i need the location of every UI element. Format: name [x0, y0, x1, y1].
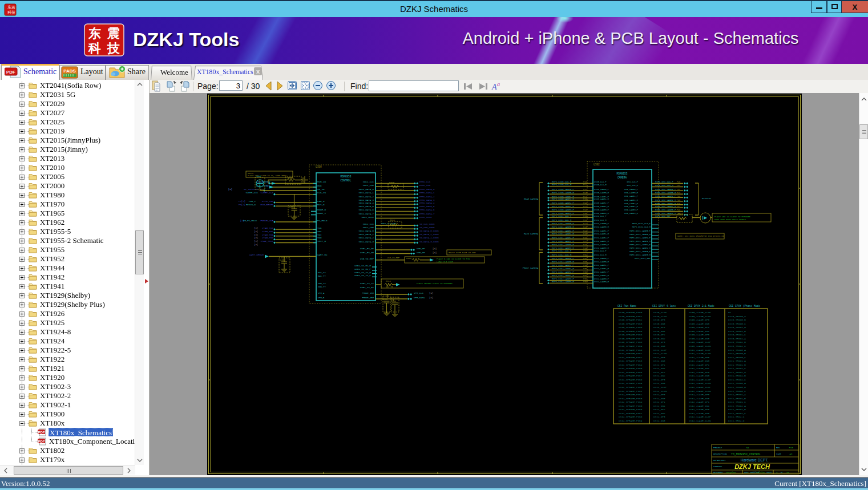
svg-text:P30: P30	[583, 250, 587, 252]
svg-text:P21: P21	[583, 219, 587, 221]
svg-text:REV: REV	[776, 447, 780, 449]
svg-text:[3]: [3]	[254, 227, 258, 229]
svg-text:MIPI_DSI_REF: MIPI_DSI_REF	[655, 215, 671, 217]
svg-text:CSI0_TRIO2_B: CSI0_TRIO2_B	[728, 341, 746, 343]
svg-text:NA: NA	[746, 447, 749, 449]
svg-text:P17: P17	[583, 205, 587, 208]
svg-text:SDC1_RCLK: SDC1_RCLK	[361, 216, 374, 218]
svg-text:CSI0_LANE3_M: CSI0_LANE3_M	[594, 212, 609, 214]
svg-text:MIPI_DSI_CLK_M: MIPI_DSI_CLK_M	[655, 184, 674, 187]
svg-text:SDC1_DATA_5: SDC1_DATA_5	[359, 205, 374, 208]
svg-text:FRONT CAMERA: FRONT CAMERA	[523, 267, 539, 269]
svg-text:DSI_LANE0_M: DSI_LANE0_M	[624, 192, 638, 194]
svg-text:CSI0_TRIO1_A: CSI0_TRIO1_A	[728, 326, 746, 329]
svg-text:P13: P13	[583, 192, 587, 194]
svg-text:MIPI_CSI1_LANE1_M: MIPI_CSI1_LANE1_M	[552, 233, 574, 235]
svg-text:DAC_TX: DAC_TX	[318, 272, 326, 274]
svg-text:CONTROL: CONTROL	[341, 179, 352, 182]
svg-text:CSI2_DP1: CSI2_DP1	[653, 400, 665, 403]
svg-text:PLACE XTAL CLOSE TO IC, KEEP 3: PLACE XTAL CLOSE TO IC, KEEP 30MIL	[248, 175, 287, 177]
svg-text:USB1_HS_DM: USB1_HS_DM	[360, 252, 374, 254]
svg-text:NOTE:: NOTE:	[248, 172, 254, 175]
svg-text:NOTE: CSI pins should be ESD p: NOTE: CSI pins should be ESD protected	[677, 235, 724, 237]
svg-text:CSI2_DP2: CSI2_DP2	[653, 408, 665, 411]
svg-text:DSI_CLK_P: DSI_CLK_P	[627, 181, 638, 183]
svg-text:DSI_LANE1_M: DSI_LANE1_M	[624, 199, 638, 201]
svg-text:CSI1_DN3: CSI1_DN3	[653, 382, 665, 384]
svg-text:CSI0_3PHASE_PIN8: CSI0_3PHASE_PIN8	[619, 341, 643, 343]
svg-text:SDC1_DATA_2: SDC1_DATA_2	[359, 196, 374, 198]
svg-text:USB_DM: USB_DM	[417, 252, 425, 254]
svg-text:SDC1_DATA_7: SDC1_DATA_7	[359, 213, 374, 215]
svg-text:CSI2_1LANE_DP0: CSI2_1LANE_DP0	[689, 408, 710, 411]
svg-text:MIPI_CSI2_CLK_M: MIPI_CSI2_CLK_M	[552, 254, 572, 256]
svg-text:MIPI_DSI_LANE3_P: MIPI_DSI_LANE3_P	[655, 209, 676, 211]
svg-text:SLEEP_CLK: SLEEP_CLK	[245, 192, 258, 194]
svg-text:P44: P44	[677, 195, 680, 197]
svg-text:CSI0_LANE2_P: CSI0_LANE2_P	[594, 202, 609, 204]
svg-text:CSI0_CLKP: CSI0_CLKP	[653, 311, 667, 314]
svg-text:TMS: TMS	[317, 230, 322, 233]
svg-text:VPH_DATA: VPH_DATA	[414, 297, 425, 299]
svg-text:CSI1_LANE1_M: CSI1_LANE1_M	[594, 233, 609, 235]
svg-text:PM[2]: PM[2]	[239, 204, 245, 206]
svg-text:CSI2_TRIO0_B: CSI2_TRIO0_B	[728, 386, 746, 388]
svg-text:P20: P20	[583, 215, 587, 217]
svg-text:PHONE_DRM: PHONE_DRM	[362, 292, 374, 294]
svg-text:P43: P43	[677, 192, 680, 194]
svg-text:CSI1_TRIO2_B: CSI1_TRIO2_B	[728, 374, 746, 377]
svg-text:SDC2_DATA_3: SDC2_DATA_3	[359, 241, 374, 243]
svg-text:CSI2_CLK_M: CSI2_CLK_M	[594, 254, 607, 256]
svg-text:CSI1_TRIO1_B: CSI1_TRIO1_B	[728, 363, 746, 366]
svg-text:MIPI_CSI0_LANE3_M: MIPI_CSI0_LANE3_M	[552, 212, 574, 214]
svg-text:MIPI_CSI2_LANE2_M: MIPI_CSI2_LANE2_M	[552, 274, 574, 277]
svg-text:CSI2_3PHASE_PIN8: CSI2_3PHASE_PIN8	[619, 415, 643, 418]
svg-text:CSI0_LANE2_M: CSI0_LANE2_M	[594, 205, 609, 208]
svg-text:MIPI_DSI_LANE3_M: MIPI_DSI_LANE3_M	[655, 212, 676, 214]
svg-text:CSI2_CLKN: CSI2_CLKN	[653, 390, 667, 392]
svg-text:MIPI_CSI0_LANE2_M: MIPI_CSI0_LANE2_M	[552, 205, 574, 208]
svg-text:MIPI_CSI0_LANE3_P: MIPI_CSI0_LANE3_P	[552, 209, 574, 211]
svg-text:CSI2_2LANE_DP1: CSI2_2LANE_DP1	[689, 400, 710, 403]
svg-text:CSI1_DP1: CSI1_DP1	[653, 363, 665, 366]
svg-text:PDF: PDF	[38, 440, 45, 443]
svg-text:CSI1_DP2: CSI1_DP2	[653, 371, 665, 374]
svg-text:CSI2_2LANE_DN0: CSI2_2LANE_DN0	[689, 397, 710, 400]
svg-text:PM[2]: PM[2]	[239, 200, 245, 203]
svg-text:CSI0_1LANE_CLKP: CSI0_1LANE_CLKP	[689, 341, 711, 343]
svg-text:CSI0_TRIO2_C: CSI0_TRIO2_C	[728, 345, 746, 347]
svg-text:DSI_LANE2_M: DSI_LANE2_M	[624, 205, 638, 208]
svg-text:CSI1_CLK_M: CSI1_CLK_M	[594, 219, 607, 221]
svg-text:PM_PS_HOLD: PM_PS_HOLD	[243, 220, 257, 222]
svg-text:CSI1_1LANE_DN0: CSI1_1LANE_DN0	[689, 374, 710, 377]
svg-text:XTAL_EXTN: XTAL_EXTN	[256, 185, 268, 187]
svg-text:XO_OUTPUT: XO_OUTPUT	[258, 181, 271, 183]
svg-text:MIPI_DSI_LANE0_P: MIPI_DSI_LANE0_P	[655, 188, 676, 191]
svg-text:TDO: TDO	[317, 237, 322, 239]
svg-text:CSI0_3PHASE_PIN3: CSI0_3PHASE_PIN3	[619, 322, 643, 325]
svg-text:CSI0_TRIO1_B: CSI0_TRIO1_B	[728, 330, 746, 333]
svg-text:DEPARTMENT: DEPARTMENT	[713, 459, 726, 461]
svg-text:USB1_SS_RX_M: USB1_SS_RX_M	[354, 265, 371, 267]
svg-text:CSI1_CLKN: CSI1_CLKN	[653, 352, 667, 355]
svg-text:MIPI_DSI1_LANE1_M: MIPI_DSI1_LANE1_M	[629, 240, 651, 242]
svg-text:GND: GND	[317, 185, 322, 187]
svg-text:MIPI_DSI1_CLK_P: MIPI_DSI1_CLK_P	[632, 222, 651, 225]
svg-text:EMMC_DATA_0: EMMC_DATA_0	[419, 188, 435, 191]
svg-text:CSI0_3PHASE_PIN6: CSI0_3PHASE_PIN6	[619, 333, 643, 336]
svg-text:CSI0_3PHASE_PIN4: CSI0_3PHASE_PIN4	[619, 326, 643, 329]
svg-text:CSI0_3PHASE_PIN7: CSI0_3PHASE_PIN7	[619, 337, 643, 340]
svg-text:[9]: [9]	[433, 248, 437, 250]
svg-text:CSI1_DP3: CSI1_DP3	[653, 378, 665, 381]
svg-text:EMMC_DATA_7: EMMC_DATA_7	[419, 213, 435, 215]
svg-text:CSI0_2LANE_DP1: CSI0_2LANE_DP1	[689, 326, 710, 329]
svg-text:DNI 75: DNI 75	[386, 286, 393, 288]
svg-text:CSI1_DP0: CSI1_DP0	[653, 356, 665, 359]
svg-text:TCK: TCK	[317, 227, 322, 229]
svg-text:P15: P15	[583, 198, 587, 200]
svg-text:P34: P34	[583, 264, 587, 266]
svg-text:CSI1_1LANE_CLKN: CSI1_1LANE_CLKN	[689, 382, 711, 384]
svg-text:U302: U302	[594, 163, 600, 166]
svg-text:USB_VD_REF: USB_VD_REF	[360, 258, 374, 260]
svg-text:DSI_LANE1_P: DSI_LANE1_P	[624, 195, 638, 197]
